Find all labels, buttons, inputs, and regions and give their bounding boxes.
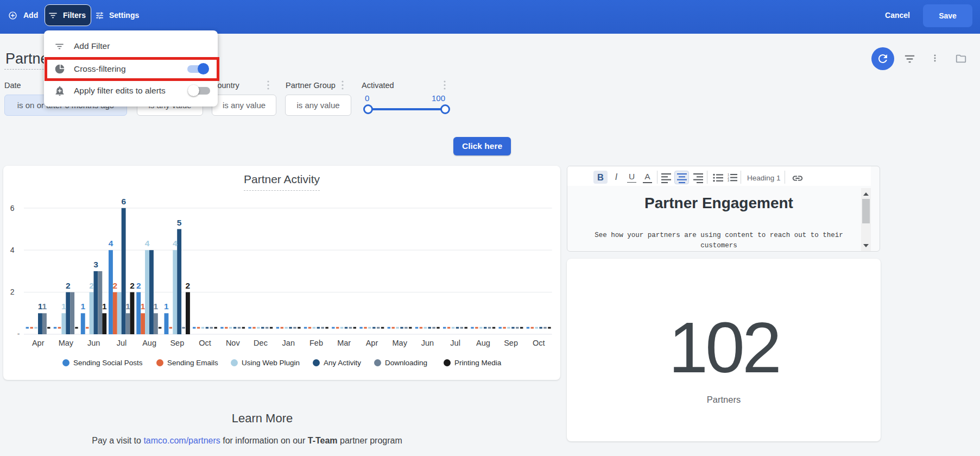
svg-text:6: 6	[10, 204, 15, 213]
svg-text:1: 1	[102, 302, 107, 311]
svg-text:4: 4	[145, 239, 150, 248]
svg-text:May: May	[392, 339, 407, 347]
svg-text:2: 2	[136, 281, 141, 290]
svg-text:Jun: Jun	[87, 339, 100, 347]
svg-text:6: 6	[121, 197, 126, 206]
svg-text:2: 2	[66, 281, 71, 290]
svg-text:May: May	[59, 339, 74, 347]
svg-text:4: 4	[109, 239, 113, 248]
svg-text:-: -	[17, 329, 20, 338]
svg-text:Oct: Oct	[533, 339, 545, 347]
svg-text:3: 3	[93, 260, 98, 269]
svg-text:1: 1	[141, 302, 146, 311]
svg-text:4: 4	[10, 246, 15, 254]
svg-text:1: 1	[61, 302, 66, 311]
svg-text:1: 1	[125, 302, 130, 311]
svg-text:2: 2	[130, 281, 135, 290]
svg-text:3: 3	[728, 179, 729, 182]
svg-text:2: 2	[89, 281, 94, 290]
svg-text:Mar: Mar	[337, 339, 351, 347]
svg-text:Nov: Nov	[226, 339, 241, 347]
svg-text:2: 2	[113, 281, 118, 290]
svg-text:2: 2	[186, 281, 191, 290]
svg-text:Oct: Oct	[199, 339, 211, 347]
svg-text:Jul: Jul	[117, 339, 127, 347]
svg-text:Apr: Apr	[32, 339, 45, 347]
svg-text:Dec: Dec	[254, 339, 268, 347]
svg-text:1: 1	[153, 302, 158, 311]
svg-text:Sep: Sep	[504, 339, 518, 347]
svg-text:Jun: Jun	[421, 339, 434, 347]
svg-text:Jan: Jan	[282, 339, 295, 347]
svg-text:Aug: Aug	[476, 339, 490, 347]
svg-text:1: 1	[80, 302, 85, 311]
svg-text:1: 1	[42, 302, 47, 311]
svg-text:1: 1	[164, 302, 169, 311]
svg-text:Aug: Aug	[142, 339, 156, 347]
svg-text:Feb: Feb	[309, 339, 323, 347]
svg-text:4: 4	[173, 239, 178, 248]
svg-text:Sep: Sep	[170, 339, 184, 347]
svg-text:2: 2	[10, 288, 15, 296]
svg-text:Apr: Apr	[366, 339, 378, 347]
svg-text:Jul: Jul	[450, 339, 460, 347]
svg-text:5: 5	[177, 218, 182, 227]
